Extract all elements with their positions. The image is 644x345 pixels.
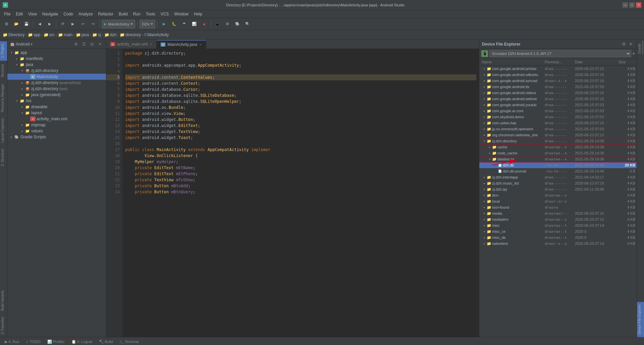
toolbar-avd-btn[interactable]: 📱: [213, 20, 222, 28]
sidebar-tab-z-structure[interactable]: Z: Structure: [0, 146, 7, 169]
dfe-row[interactable]: ▸📁com.google.android.printsedrwx------20…: [479, 66, 637, 72]
tree-item-package-test[interactable]: ▸ 📦 zj.dzh.directory (test): [7, 86, 106, 92]
breadcrumb-app[interactable]: 📁 app: [28, 32, 40, 37]
dfe-row[interactable]: ▸📁com.google.android.ttsdrwx------2021-0…: [479, 84, 637, 90]
dfe-row[interactable]: ▾📁zj.dzh.directorydrwx------2021-05-29 1…: [479, 138, 637, 144]
bottom-tab-terminal[interactable]: >_ Terminal: [116, 339, 142, 344]
breadcrumb-main[interactable]: 📁 main: [58, 32, 72, 37]
dfe-row[interactable]: ▸📁misc_dedrwxrwx--t2020-04 KB: [479, 234, 637, 240]
menu-refactor[interactable]: Refactor: [96, 11, 116, 17]
dfe-row[interactable]: ▸📁miscdrwxrwx--t2020-06-23 07:144 KB: [479, 222, 637, 228]
menu-tools[interactable]: Tools: [143, 11, 158, 17]
breadcrumb-src[interactable]: 📁 src: [44, 32, 55, 37]
dfe-row[interactable]: ▸📁lost+founddrwxrw4 KB: [479, 204, 637, 210]
tab-activity-main-xml[interactable]: X activity_main.xml ✕: [106, 40, 157, 49]
menu-view[interactable]: View: [25, 11, 40, 17]
dfe-row[interactable]: ▾📁databasesdrwxrwx--x2021-05-29 14:384 K…: [479, 156, 637, 162]
dfe-row[interactable]: ▸📁zj.dzh.intentappdrwx------2021-04-14 0…: [479, 174, 637, 180]
menu-file[interactable]: File: [1, 11, 13, 17]
breadcrumb-java[interactable]: 📁 java: [76, 32, 89, 37]
toolbar-redo-btn[interactable]: ↪: [89, 20, 97, 28]
tree-item-mipmap[interactable]: ▸ 📁 mipmap: [7, 122, 106, 128]
menu-vcs[interactable]: VCS: [158, 11, 172, 17]
android-dropdown[interactable]: 🤖 Android ▾: [10, 42, 33, 47]
tree-item-activity-main-xml[interactable]: ▸ X activity_main.xml: [7, 116, 106, 122]
tab-mainactivity-close[interactable]: ✕: [199, 43, 202, 47]
maximize-button[interactable]: □: [629, 2, 635, 8]
toolbar-sdk-btn[interactable]: ⚙: [223, 20, 232, 28]
bottom-tab-build[interactable]: 🔨 Build: [96, 339, 116, 345]
dfe-row[interactable]: ▸📁cachedrwxrws--x2021-05-29 14:384 KB: [479, 144, 637, 150]
tree-item-drawable[interactable]: ▸ 📁 drawable: [7, 104, 106, 110]
dfe-row[interactable]: ▸📁jp.co.omronsoft.openwnndrwx------2021-…: [479, 126, 637, 132]
toolbar-sync-btn[interactable]: ⟳: [58, 20, 67, 28]
tab-activity-main-close[interactable]: ✕: [150, 43, 152, 46]
breadcrumb-directory2[interactable]: 📁 directory: [120, 32, 141, 37]
dfe-row[interactable]: ▸📁com.google.android.sdksetudrwx------20…: [479, 72, 637, 78]
menu-help[interactable]: Help: [191, 11, 205, 17]
dfe-row[interactable]: ▸📁org.chromium.webview_shedrwx------2020…: [479, 132, 637, 138]
toolbar-forward-btn[interactable]: ▶: [45, 20, 54, 28]
toolbar-coverage-btn[interactable]: ☂: [180, 20, 189, 28]
menu-navigate[interactable]: Navigate: [40, 11, 61, 17]
dfe-row[interactable]: ▸📁zj.dzh.qqdrwx------2021-04-11 03:464 K…: [479, 186, 637, 192]
bottom-tab-run[interactable]: ▶ 4: Run: [1, 339, 22, 345]
sidebar-tab-favorites[interactable]: 2: Favorites: [0, 314, 7, 337]
dfe-row[interactable]: ▸📁drmdrwxrwx--x4 KB: [479, 192, 637, 198]
dfe-row[interactable]: ▸📁zj.dzh.music_listdrwx------2020-06-23 …: [479, 180, 637, 186]
dfe-row[interactable]: ▸📁com.google.ar.coredrwx------2021-05-15…: [479, 108, 637, 114]
sidebar-tab-build-variants[interactable]: Build Variants: [0, 288, 7, 314]
toolbar-profile-btn[interactable]: 📊: [190, 20, 199, 28]
dfe-row[interactable]: ▸📁code_cachedrwxrws--x2021-05-29 14:364 …: [479, 150, 637, 156]
dfe-row[interactable]: ▸📁localdrwxr-xr-x4 KB: [479, 198, 637, 204]
panel-close-btn[interactable]: ✕: [97, 41, 103, 48]
minimize-button[interactable]: —: [623, 2, 628, 8]
panel-compact-btn[interactable]: ⊟: [89, 41, 95, 48]
toolbar-run-btn[interactable]: ▶: [160, 20, 168, 28]
dfe-row[interactable]: ▸📁com.ustwo.lwpdrwx------2020-06-23 07:1…: [479, 120, 637, 126]
toolbar-gradle-btn[interactable]: 🐘: [233, 20, 242, 28]
sidebar-tab-project[interactable]: 1: Project: [0, 41, 7, 61]
toolbar-back-btn[interactable]: ◀: [35, 20, 44, 28]
dfe-row[interactable]: 📄dzh.db-rw-rw----2021-05-29 14:4620 KB: [479, 162, 637, 168]
tree-item-mainactivity[interactable]: ▸ C MainActivity: [7, 74, 106, 80]
dfe-row[interactable]: ▸📁com.skydroid.demodrwx------2021-05-15 …: [479, 114, 637, 120]
sidebar-tab-resource-manager[interactable]: Resource Manager: [0, 81, 7, 115]
device-dropdown[interactable]: DZH ▾: [140, 20, 155, 28]
dfe-row[interactable]: ▸📁mediadrwxrwxr--2020-06-23 07:154 KB: [479, 210, 637, 216]
dfe-row[interactable]: ▸📁com.google.android.youtubdrwx------202…: [479, 102, 637, 108]
emulator-select[interactable]: Emulator DZH Android 8.1.0, API 27: [489, 50, 631, 57]
bottom-tab-profiler[interactable]: 📊 Profiler: [44, 339, 68, 345]
breadcrumb-dzh[interactable]: 📁 dzh: [104, 32, 116, 37]
menu-window[interactable]: Window: [171, 11, 191, 17]
dfe-close-btn[interactable]: ✕: [627, 41, 634, 48]
menu-build[interactable]: Build: [116, 11, 130, 17]
dfe-row[interactable]: ▸📁com.google.android.videosdrwx------202…: [479, 90, 637, 96]
toolbar-stop-btn[interactable]: ■: [200, 20, 209, 28]
toolbar-new-btn[interactable]: ⊞: [2, 20, 11, 28]
menu-run[interactable]: Run: [130, 11, 143, 17]
breadcrumb-zj[interactable]: 📁 zj: [92, 32, 101, 37]
toolbar-search-btn[interactable]: 🔍: [243, 20, 252, 28]
tree-item-app[interactable]: ▾ 📁 app: [7, 50, 106, 56]
dfe-row[interactable]: ▸📁com.google.android.syncad.drwxr-x--x20…: [479, 78, 637, 84]
toolbar-undo-btn[interactable]: ↩: [78, 20, 87, 28]
title-bar-controls[interactable]: — □ ✕: [623, 2, 641, 8]
panel-settings-btn[interactable]: ⚙: [72, 41, 79, 48]
dfe-row[interactable]: ▸📁mediadrmdrwxrwx--x2020-06-23 07:154 KB: [479, 216, 637, 222]
toolbar-run-config-btn[interactable]: ▶: [68, 20, 77, 28]
dfe-row[interactable]: 📄dzh.db-journal-rw-rw----2021-05-29 14:4…: [479, 168, 637, 174]
menu-code[interactable]: Code: [61, 11, 76, 17]
tree-item-values[interactable]: ▸ 📁 values: [7, 128, 106, 134]
tree-item-layout[interactable]: ▾ 📁 layout: [7, 110, 106, 116]
toolbar-open-btn[interactable]: 📂: [12, 20, 21, 28]
tree-item-package-androidtest[interactable]: ▸ 📦 zj.dzh.directory (androidTest): [7, 80, 106, 86]
bottom-tab-todo[interactable]: ✓ TODO: [22, 339, 44, 345]
panel-filter-btn[interactable]: ☰: [80, 41, 87, 48]
breadcrumb-directory[interactable]: 📁 Directory: [3, 32, 24, 37]
dfe-row[interactable]: ▸📁com.google.android.webviedrwx------202…: [479, 96, 637, 102]
bottom-tab-logcat[interactable]: 📋 6: Logcat: [68, 339, 96, 345]
tree-item-manifests[interactable]: ▸ 📁 manifests: [7, 56, 106, 62]
dfe-row[interactable]: ▸📁misc_cedrwxrwx--t2020-04 KB: [479, 228, 637, 234]
run-config-dropdown[interactable]: ▶ MainActivityy ▾: [102, 20, 135, 28]
